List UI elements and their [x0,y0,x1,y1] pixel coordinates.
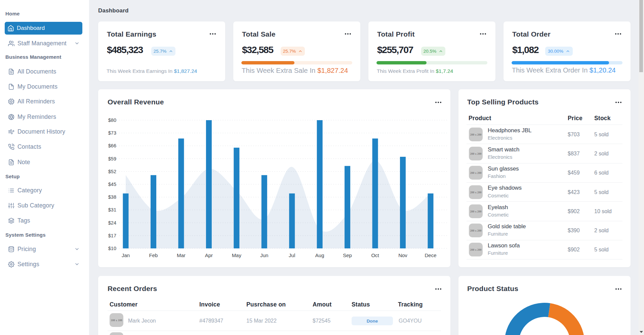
svg-text:Aug: Aug [315,252,324,258]
svg-text:$17: $17 [108,233,116,238]
svg-text:Sep: Sep [343,252,352,258]
svg-text:May: May [232,252,242,258]
svg-text:$24: $24 [108,220,116,226]
svg-text:$10: $10 [108,246,116,251]
svg-text:Jun: Jun [260,252,268,258]
svg-text:$59: $59 [108,156,116,161]
svg-text:Dece: Dece [425,252,436,258]
svg-text:$52: $52 [108,169,116,174]
svg-text:Mar: Mar [177,252,186,258]
svg-text:$31: $31 [108,207,116,212]
svg-text:Oct: Oct [371,252,379,258]
svg-text:Apr: Apr [205,252,213,258]
svg-text:Jan: Jan [122,252,130,258]
svg-text:Jul: Jul [289,252,295,258]
svg-text:$66: $66 [108,143,116,148]
svg-text:Nov: Nov [398,252,407,258]
svg-text:$80: $80 [108,117,116,123]
svg-text:$45: $45 [108,182,116,187]
svg-text:$38: $38 [108,194,116,200]
svg-text:$73: $73 [108,130,116,136]
svg-text:Feb: Feb [149,252,158,258]
